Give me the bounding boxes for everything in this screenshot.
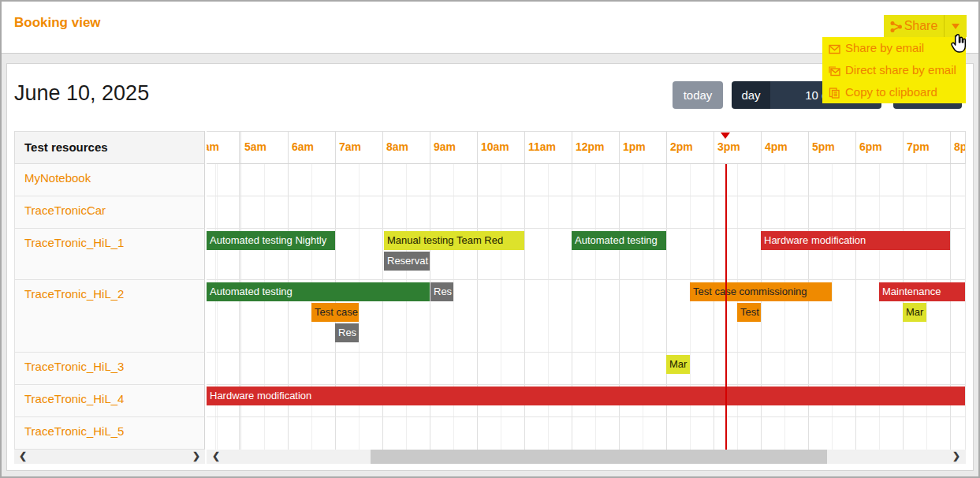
menu-item-label: Copy to clipboard bbox=[845, 85, 937, 99]
resource-label: TraceTronicCar bbox=[24, 204, 106, 217]
hour-label: 12pm bbox=[576, 140, 605, 153]
timeline-row-hil5[interactable] bbox=[207, 417, 965, 450]
timeline-row-hil4[interactable]: Hardware modification bbox=[207, 385, 965, 417]
menu-item-copy-to-clipboard[interactable]: Copy to clipboard bbox=[822, 81, 966, 103]
hour-label: 7am bbox=[339, 140, 361, 153]
hour-label: 3pm bbox=[717, 140, 740, 153]
current-time-line bbox=[725, 164, 727, 450]
clipboard-icon bbox=[829, 88, 840, 99]
hour-label: 9am bbox=[434, 140, 456, 153]
scrollbar-thumb[interactable] bbox=[371, 450, 827, 464]
resource-row-hil1: TraceTronic_HiL_1 bbox=[15, 229, 205, 280]
share-button[interactable]: Share bbox=[884, 15, 944, 37]
menu-item-label: Direct share by email bbox=[845, 63, 956, 77]
event-bar[interactable]: Test case bbox=[311, 303, 359, 322]
event-bar[interactable]: Hardware modification bbox=[207, 387, 966, 405]
share-icon bbox=[890, 21, 903, 33]
event-bar[interactable]: Test case commissioning bbox=[690, 282, 832, 301]
event-bar[interactable]: Reservat bbox=[384, 252, 430, 271]
page-title: Booking view bbox=[14, 15, 101, 31]
timeline-row-tracetroniccar[interactable] bbox=[207, 196, 965, 229]
share-dropdown-toggle[interactable] bbox=[944, 15, 967, 37]
timeline-row-mynotebook[interactable] bbox=[207, 164, 965, 196]
hour-label: 10am bbox=[481, 140, 509, 153]
chevron-down-icon bbox=[952, 24, 960, 29]
resource-row-hil5: TraceTronic_HiL_5 bbox=[15, 417, 205, 450]
hour-label: 4pm bbox=[765, 140, 788, 153]
resource-row-hil3: TraceTronic_HiL_3 bbox=[15, 353, 205, 385]
resources-column-header: Test resources bbox=[14, 131, 205, 164]
menu-item-label: Share by email bbox=[845, 41, 924, 54]
event-bar[interactable]: Manual testing Team Red bbox=[384, 231, 524, 250]
email-icon bbox=[829, 44, 840, 54]
event-bar[interactable]: Mar bbox=[903, 303, 926, 322]
scroll-left-arrow-icon[interactable]: ❮ bbox=[212, 450, 220, 461]
resources-column: MyNotebook TraceTronicCar TraceTronic_Hi… bbox=[14, 164, 205, 450]
resource-label: TraceTronic_HiL_4 bbox=[24, 392, 124, 405]
event-bar[interactable]: Maintenance bbox=[879, 282, 966, 301]
event-bar[interactable]: Res bbox=[335, 323, 359, 342]
timeline-hours-header: 4am 5am 6am 7am 8am 9am 10am 11am 12pm 1… bbox=[207, 131, 966, 164]
resource-row-hil2: TraceTronic_HiL_2 bbox=[15, 280, 205, 353]
menu-item-share-by-email[interactable]: Share by email bbox=[822, 37, 966, 59]
scroll-right-arrow-icon[interactable]: ❯ bbox=[192, 450, 200, 461]
timeline-row-hil1[interactable]: Automated testing Nightly Manual testing… bbox=[207, 229, 965, 280]
hour-label: 5pm bbox=[812, 140, 835, 153]
resource-label: TraceTronic_HiL_5 bbox=[24, 424, 124, 438]
resources-scrollbar[interactable]: ❮ ❯ bbox=[14, 450, 205, 464]
timeline-row-hil2[interactable]: Automated testing Res Test case Res Test… bbox=[207, 280, 965, 353]
share-dropdown-menu: Share by email Direct share by email Cop… bbox=[822, 37, 966, 103]
hour-label: 11am bbox=[528, 140, 556, 153]
current-date-title: June 10, 2025 bbox=[14, 81, 149, 106]
resource-label: TraceTronic_HiL_3 bbox=[24, 360, 124, 373]
hour-label: 2pm bbox=[670, 140, 693, 153]
resource-label: TraceTronic_HiL_1 bbox=[24, 236, 124, 249]
now-marker-triangle-icon bbox=[721, 133, 730, 139]
resource-row-hil4: TraceTronic_HiL_4 bbox=[15, 385, 205, 417]
event-bar[interactable]: Hardware modification bbox=[761, 231, 950, 250]
resource-row-tracetroniccar: TraceTronicCar bbox=[15, 196, 205, 229]
hour-label: 5am bbox=[244, 140, 266, 153]
event-bar[interactable]: Automated testing bbox=[572, 231, 666, 250]
hour-label: 6pm bbox=[859, 140, 882, 153]
today-button[interactable]: today bbox=[673, 81, 723, 109]
menu-item-direct-share-by-email[interactable]: Direct share by email bbox=[822, 59, 966, 81]
direct-email-icon bbox=[829, 66, 840, 77]
timeline-row-hil3[interactable]: Mar bbox=[207, 353, 965, 385]
resource-label: TraceTronic_HiL_2 bbox=[24, 287, 124, 301]
hour-label: 7pm bbox=[907, 140, 930, 153]
scroll-right-arrow-icon[interactable]: ❯ bbox=[952, 450, 960, 461]
event-bar[interactable]: Mar bbox=[666, 355, 690, 374]
timeline-scrollbar[interactable]: ❮ ❯ bbox=[207, 450, 966, 464]
share-button-label: Share bbox=[904, 19, 938, 32]
view-day-button[interactable]: day bbox=[732, 81, 770, 109]
hour-label: 4am bbox=[207, 140, 219, 153]
hour-label: 8pm bbox=[954, 140, 966, 153]
hour-label: 6am bbox=[292, 140, 314, 153]
event-bar[interactable]: Automated testing Nightly bbox=[207, 231, 335, 250]
hour-label: 8am bbox=[386, 140, 408, 153]
resource-row-mynotebook: MyNotebook bbox=[15, 164, 205, 196]
timeline-body: Automated testing Nightly Manual testing… bbox=[207, 164, 966, 450]
scroll-left-arrow-icon[interactable]: ❮ bbox=[19, 450, 27, 461]
hour-label: 1pm bbox=[623, 140, 646, 153]
event-bar[interactable]: Res bbox=[430, 282, 453, 301]
event-bar[interactable]: Automated testing bbox=[207, 282, 430, 301]
event-bar[interactable]: Test bbox=[737, 303, 761, 322]
resource-label: MyNotebook bbox=[24, 171, 91, 185]
